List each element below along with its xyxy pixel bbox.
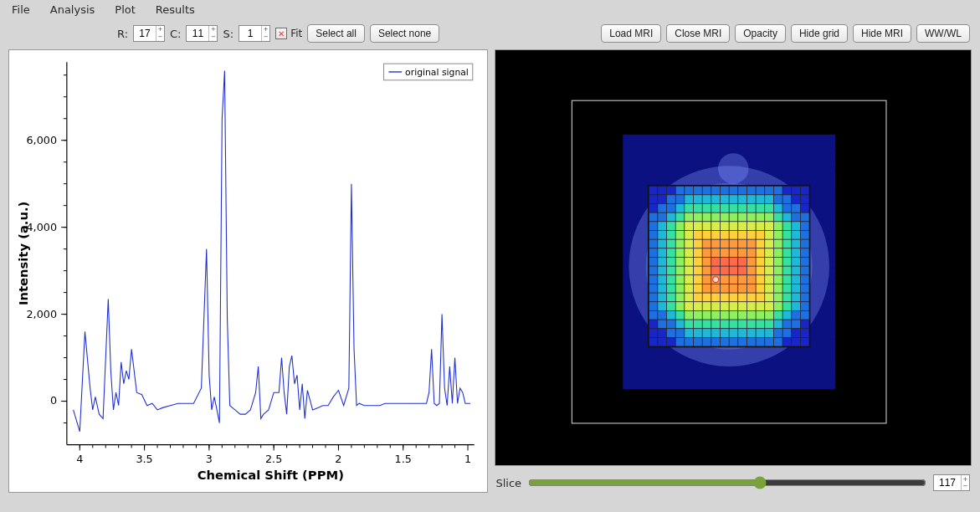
- svg-rect-2449: [791, 310, 800, 320]
- svg-rect-2382: [675, 284, 685, 293]
- svg-text:3: 3: [206, 453, 213, 465]
- svg-rect-2476: [711, 329, 720, 338]
- svg-rect-2238: [675, 212, 685, 222]
- r-stepper[interactable]: +−: [133, 25, 165, 42]
- hide-mri-button[interactable]: Hide MRI: [853, 24, 911, 43]
- svg-rect-2491: [684, 337, 693, 346]
- svg-rect-2296: [711, 239, 720, 248]
- svg-rect-2321: [773, 248, 782, 258]
- svg-rect-2455: [684, 320, 693, 329]
- r-input[interactable]: [134, 26, 156, 41]
- c-input[interactable]: [187, 26, 208, 41]
- load-mri-button[interactable]: Load MRI: [601, 24, 661, 43]
- select-all-button[interactable]: Select all: [307, 24, 365, 43]
- wwwl-button[interactable]: WW/WL: [916, 24, 970, 43]
- svg-rect-2361: [649, 275, 658, 284]
- svg-rect-2295: [702, 239, 711, 248]
- svg-rect-2316: [729, 248, 738, 258]
- svg-rect-2305: [791, 239, 800, 248]
- svg-rect-2411: [773, 293, 782, 302]
- svg-rect-2258: [693, 222, 702, 231]
- s-down-icon[interactable]: −: [264, 33, 269, 41]
- spectrum-chart[interactable]: 43.532.521.5102,0004,0006,000Chemical Sh…: [9, 50, 487, 492]
- svg-rect-2481: [756, 329, 765, 338]
- svg-rect-2443: [737, 310, 747, 320]
- svg-rect-2429: [773, 302, 782, 311]
- svg-rect-2290: [657, 239, 666, 248]
- mri-image[interactable]: [495, 50, 972, 465]
- svg-rect-2442: [729, 310, 738, 320]
- svg-rect-2225: [720, 204, 729, 213]
- svg-rect-2446: [764, 310, 773, 320]
- svg-rect-2410: [764, 293, 773, 302]
- svg-rect-2287: [791, 231, 800, 240]
- svg-rect-2376: [782, 275, 792, 284]
- svg-rect-2237: [666, 212, 675, 222]
- svg-rect-2390: [747, 284, 756, 293]
- svg-rect-2263: [737, 222, 747, 231]
- fit-checkbox[interactable]: ✕ Fit: [275, 28, 302, 39]
- svg-rect-2467: [791, 320, 800, 329]
- svg-rect-2240: [693, 212, 702, 222]
- svg-rect-2436: [675, 310, 685, 320]
- svg-rect-2432: [800, 302, 809, 311]
- slice-up-icon[interactable]: +: [963, 476, 968, 483]
- svg-rect-2405: [720, 293, 729, 302]
- menu-analysis[interactable]: Analysis: [50, 3, 95, 16]
- mri-viewport[interactable]: [495, 49, 972, 466]
- svg-rect-2236: [657, 212, 666, 222]
- svg-rect-2189: [720, 186, 729, 195]
- svg-rect-2255: [666, 222, 675, 231]
- svg-rect-2302: [764, 239, 773, 248]
- svg-rect-2219: [666, 204, 675, 213]
- menu-plot[interactable]: Plot: [115, 3, 136, 16]
- slice-stepper[interactable]: +−: [933, 474, 970, 491]
- svg-rect-2335: [737, 257, 747, 266]
- svg-rect-2450: [800, 310, 809, 320]
- svg-rect-2409: [756, 293, 765, 302]
- c-up-icon[interactable]: +: [211, 26, 216, 33]
- menubar: File Analysis Plot Results: [0, 0, 980, 21]
- svg-rect-2303: [773, 239, 782, 248]
- menu-results[interactable]: Results: [156, 3, 195, 16]
- s-up-icon[interactable]: +: [264, 26, 269, 33]
- svg-rect-2451: [649, 320, 658, 329]
- menu-file[interactable]: File: [12, 3, 30, 16]
- svg-rect-2433: [649, 310, 658, 320]
- s-input[interactable]: [239, 26, 261, 41]
- svg-rect-2182: [657, 186, 666, 195]
- close-mri-button[interactable]: Close MRI: [666, 24, 730, 43]
- svg-rect-2496: [729, 337, 738, 346]
- svg-rect-2299: [737, 239, 747, 248]
- svg-rect-2386: [711, 284, 720, 293]
- c-down-icon[interactable]: −: [211, 33, 216, 41]
- svg-rect-2426: [747, 302, 756, 311]
- svg-rect-2373: [756, 275, 765, 284]
- select-none-button[interactable]: Select none: [370, 24, 439, 43]
- svg-rect-2502: [782, 337, 792, 346]
- slice-down-icon[interactable]: −: [963, 483, 968, 489]
- svg-rect-2281: [737, 231, 747, 240]
- svg-rect-2205: [702, 195, 711, 204]
- slice-input[interactable]: [934, 475, 961, 490]
- c-stepper[interactable]: +−: [186, 25, 218, 42]
- svg-rect-2322: [782, 248, 792, 258]
- svg-rect-2453: [666, 320, 675, 329]
- s-stepper[interactable]: +−: [239, 25, 270, 42]
- slice-slider[interactable]: [528, 476, 926, 489]
- svg-rect-2233: [791, 204, 800, 213]
- r-down-icon[interactable]: −: [158, 33, 163, 41]
- svg-rect-2224: [711, 204, 720, 213]
- svg-rect-2323: [791, 248, 800, 258]
- opacity-button[interactable]: Opacity: [735, 24, 786, 43]
- svg-rect-2418: [675, 302, 685, 311]
- svg-rect-2478: [729, 329, 738, 338]
- svg-rect-2217: [649, 204, 658, 213]
- svg-rect-2342: [800, 257, 809, 266]
- hide-grid-button[interactable]: Hide grid: [791, 24, 848, 43]
- svg-rect-2285: [773, 231, 782, 240]
- svg-rect-2282: [747, 231, 756, 240]
- r-up-icon[interactable]: +: [158, 26, 163, 33]
- svg-rect-2298: [729, 239, 738, 248]
- svg-rect-2221: [684, 204, 693, 213]
